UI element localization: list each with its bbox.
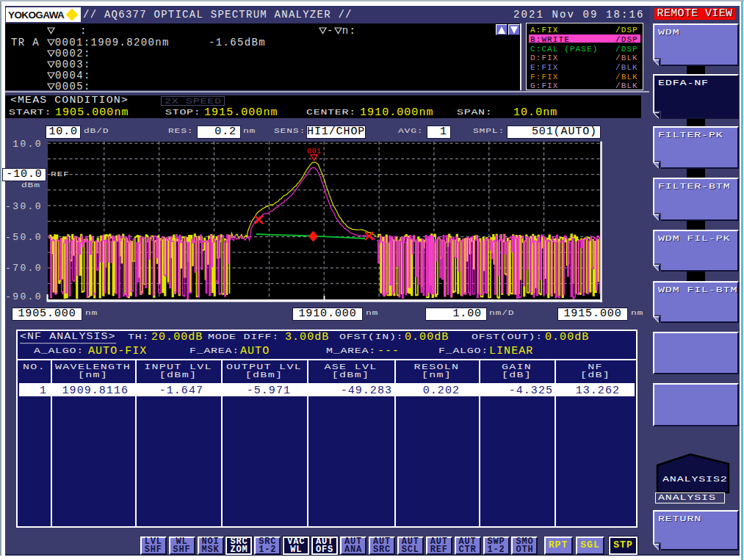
svg-text:001: 001 (307, 148, 322, 156)
